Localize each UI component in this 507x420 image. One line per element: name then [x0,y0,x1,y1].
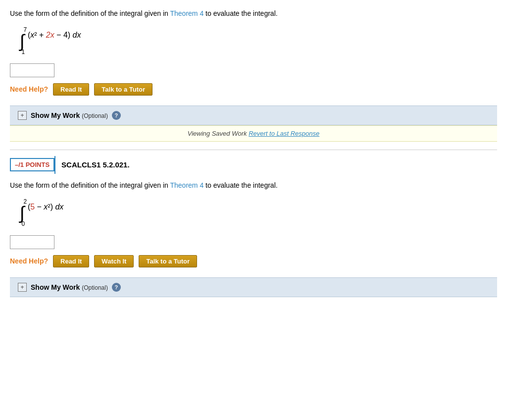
show-my-work-text2: Show My Work [31,283,80,291]
theorem4-link1[interactable]: Theorem 4 [170,9,204,17]
theorem4-link2[interactable]: Theorem 4 [170,181,204,189]
show-my-work-bar1: + Show My Work (Optional) ? [10,105,497,125]
problem2-header: –/1 POINTS SCALCLS1 5.2.021. [10,156,497,174]
section-divider [10,150,497,150]
integral1-sign: ∫ [20,32,25,50]
show-optional1: (Optional) [82,112,108,119]
show-my-work-toggle2[interactable]: + [18,283,27,292]
show-my-work-label1: Show My Work (Optional) [31,111,108,119]
viewing-saved-bar: Viewing Saved Work Revert to Last Respon… [10,125,497,142]
talk-to-tutor-button1[interactable]: Talk to a Tutor [94,83,152,96]
problem2-intro-text: Use the form of the definition of the in… [10,181,168,189]
problem2-intro: Use the form of the definition of the in… [10,180,497,191]
read-it-button1[interactable]: Read It [53,83,89,96]
need-help-row1: Need Help? Read It Talk to a Tutor [10,83,497,96]
integral1-lower: 1 [22,48,25,56]
talk-to-tutor-button2[interactable]: Talk to a Tutor [139,255,197,267]
show-optional2: (Optional) [82,284,108,291]
viewing-saved-text: Viewing Saved Work [188,130,247,137]
watch-it-button2[interactable]: Watch It [94,255,134,267]
show-my-work-toggle1[interactable]: + [18,111,27,120]
need-help-label2: Need Help? [10,257,48,265]
points-separator [54,156,55,174]
revert-link[interactable]: Revert to Last Response [249,130,319,137]
integral1-display: 7 ∫ 1 (x² + 2x − 4) dx [20,24,497,56]
need-help-label1: Need Help? [10,85,48,93]
show-my-work-bar2: + Show My Work (Optional) ? [10,277,497,297]
integral2-lower: 0 [22,220,25,228]
points-badge: –/1 POINTS [10,158,54,171]
problem1-intro-text2: to evaluate the integral. [205,9,278,17]
problem1-intro: Use the form of the definition of the in… [10,8,497,19]
need-help-row2: Need Help? Read It Watch It Talk to a Tu… [10,255,497,267]
show-my-work-text1: Show My Work [31,111,80,119]
integral2-display: 2 ∫ 0 (5 − x²) dx [20,196,497,228]
problem1-intro-text: Use the form of the definition of the in… [10,9,168,17]
read-it-button2[interactable]: Read It [53,255,89,267]
show-my-work-help2[interactable]: ? [112,283,121,292]
integral2-body: (5 − x²) dx [28,198,63,212]
answer-input1[interactable] [10,63,54,77]
integral2-upper: 2 [24,198,27,206]
integral1-body: (x² + 2x − 4) dx [28,26,81,41]
problem2-intro-text2: to evaluate the integral. [205,181,278,189]
integral1-upper: 7 [24,26,27,34]
problem-id: SCALCLS1 5.2.021. [61,160,130,169]
answer-input2[interactable] [10,235,54,249]
show-my-work-label2: Show My Work (Optional) [31,283,108,291]
show-my-work-help1[interactable]: ? [112,111,121,120]
integral2-sign: ∫ [20,204,25,222]
